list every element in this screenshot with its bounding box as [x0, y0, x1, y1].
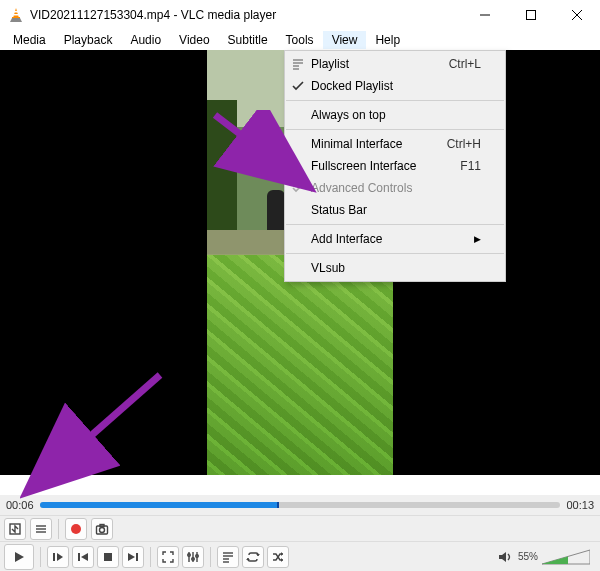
- svg-marker-23: [57, 553, 63, 561]
- volume-percent: 55%: [518, 551, 538, 562]
- menu-item-minimal-interface[interactable]: Minimal Interface Ctrl+H: [285, 133, 505, 155]
- bottom-controls: 00:06 00:13: [0, 495, 600, 571]
- menu-item-advanced-controls[interactable]: Advanced Controls: [285, 177, 505, 199]
- advanced-controls-row: [0, 515, 600, 541]
- seek-bar[interactable]: [40, 502, 561, 508]
- svg-marker-42: [281, 558, 283, 562]
- record-start-button[interactable]: [4, 518, 26, 540]
- maximize-button[interactable]: [508, 0, 554, 30]
- menu-item-vlsub[interactable]: VLsub: [285, 257, 505, 279]
- menu-separator: [286, 129, 504, 130]
- svg-point-19: [100, 527, 105, 532]
- menubar: Media Playback Audio Video Subtitle Tool…: [0, 30, 600, 50]
- speaker-icon[interactable]: [498, 550, 514, 564]
- titlebar: VID20211127153304.mp4 - VLC media player: [0, 0, 600, 30]
- svg-marker-4: [10, 18, 22, 22]
- close-button[interactable]: [554, 0, 600, 30]
- svg-rect-22: [53, 553, 55, 561]
- menu-separator: [286, 224, 504, 225]
- extended-settings-button[interactable]: [182, 546, 204, 568]
- svg-marker-0: [13, 8, 19, 18]
- menu-help[interactable]: Help: [366, 31, 409, 49]
- view-menu-dropdown: Playlist Ctrl+L Docked Playlist Always o…: [284, 50, 506, 282]
- svg-rect-24: [78, 553, 80, 561]
- svg-rect-28: [136, 553, 138, 561]
- submenu-arrow-icon: ▶: [474, 234, 481, 244]
- menu-subtitle[interactable]: Subtitle: [219, 31, 277, 49]
- menu-tools[interactable]: Tools: [277, 31, 323, 49]
- svg-marker-21: [15, 552, 24, 562]
- loop-ab-button[interactable]: [30, 518, 52, 540]
- shuffle-button[interactable]: [267, 546, 289, 568]
- minimize-button[interactable]: [462, 0, 508, 30]
- menu-playback[interactable]: Playback: [55, 31, 122, 49]
- window-controls: [462, 0, 600, 30]
- svg-marker-39: [256, 554, 260, 556]
- svg-marker-43: [499, 552, 506, 562]
- svg-marker-27: [128, 553, 135, 561]
- check-icon: [291, 79, 305, 93]
- previous-button[interactable]: [72, 546, 94, 568]
- volume-area: 55%: [498, 548, 596, 566]
- menu-item-status-bar[interactable]: Status Bar: [285, 199, 505, 221]
- playlist-icon: [291, 57, 305, 71]
- vlc-logo-icon: [8, 7, 24, 23]
- svg-rect-26: [104, 553, 112, 561]
- next-button[interactable]: [122, 546, 144, 568]
- play-button[interactable]: [4, 544, 34, 570]
- current-time[interactable]: 00:06: [6, 499, 34, 511]
- record-button[interactable]: [65, 518, 87, 540]
- menu-item-add-interface[interactable]: Add Interface ▶: [285, 228, 505, 250]
- seek-row: 00:06 00:13: [0, 495, 600, 515]
- check-icon: [291, 181, 305, 195]
- menu-separator: [286, 253, 504, 254]
- main-controls-row: 55%: [0, 541, 600, 571]
- playlist-button[interactable]: [217, 546, 239, 568]
- svg-rect-6: [527, 11, 536, 20]
- svg-rect-3: [13, 14, 18, 16]
- svg-marker-40: [246, 558, 250, 560]
- menu-separator: [286, 100, 504, 101]
- menu-view[interactable]: View: [323, 31, 367, 49]
- frame-step-button[interactable]: [47, 546, 69, 568]
- menu-item-fullscreen-interface[interactable]: Fullscreen Interface F11: [285, 155, 505, 177]
- menu-item-playlist[interactable]: Playlist Ctrl+L: [285, 53, 505, 75]
- svg-point-17: [71, 524, 81, 534]
- snapshot-button[interactable]: [91, 518, 113, 540]
- window-title: VID20211127153304.mp4 - VLC media player: [30, 8, 462, 22]
- svg-marker-41: [281, 552, 283, 556]
- menu-item-always-on-top[interactable]: Always on top: [285, 104, 505, 126]
- fullscreen-button[interactable]: [157, 546, 179, 568]
- volume-slider[interactable]: [542, 548, 590, 566]
- svg-rect-2: [14, 11, 18, 13]
- loop-button[interactable]: [242, 546, 264, 568]
- menu-audio[interactable]: Audio: [121, 31, 170, 49]
- menu-video[interactable]: Video: [170, 31, 218, 49]
- svg-marker-25: [81, 553, 88, 561]
- total-time[interactable]: 00:13: [566, 499, 594, 511]
- stop-button[interactable]: [97, 546, 119, 568]
- menu-media[interactable]: Media: [4, 31, 55, 49]
- menu-item-docked-playlist[interactable]: Docked Playlist: [285, 75, 505, 97]
